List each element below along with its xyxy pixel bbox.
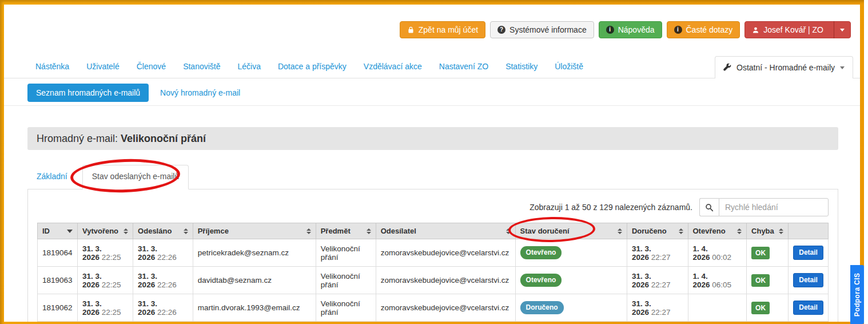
- cell-created: 31. 3.2026 22:25: [77, 294, 133, 322]
- nav-item-nastaveni-zo[interactable]: Nastavení ZO: [431, 56, 497, 77]
- col-header-label: Otevřeno: [693, 227, 726, 235]
- cell-sender: zomoravskebudejovice@vcelarstvi.cz: [376, 267, 515, 294]
- search-input[interactable]: [719, 198, 829, 216]
- system-info-button[interactable]: ?Systémové informace: [490, 21, 594, 38]
- cell-recipient: petricekradek@seznam.cz: [193, 239, 316, 267]
- col-header-Chyba[interactable]: Chyba: [747, 223, 789, 239]
- col-header-label: Chyba: [751, 227, 774, 235]
- main-navigation: NástěnkaUživateléČlenovéStanovištěLéčiva…: [4, 56, 860, 78]
- nav-item-leciva[interactable]: Léčiva: [229, 56, 269, 77]
- cell-id: 1819063: [38, 267, 78, 294]
- wrench-icon: [723, 64, 731, 72]
- tab-stav-odeslanych[interactable]: Stav odeslaných e-mailů: [82, 165, 189, 189]
- nav-item-vzdelavaci-akce[interactable]: Vzdělávací akce: [355, 56, 431, 77]
- search-icon: [699, 198, 719, 216]
- cell-sent: 31. 3.2026 22:26: [133, 239, 193, 267]
- nav-item-stanoviste[interactable]: Stanoviště: [174, 56, 229, 77]
- col-header-Otevřeno[interactable]: Otevřeno: [688, 223, 747, 239]
- nav-item-uloziste[interactable]: Úložiště: [546, 56, 592, 77]
- faq-button[interactable]: iČasté dotazy: [667, 21, 740, 38]
- question-circle-icon: ?: [497, 26, 505, 34]
- nav-item-dotace-a-prispevky[interactable]: Dotace a příspěvky: [269, 56, 355, 77]
- lock-icon: [407, 26, 415, 34]
- panel-title-prefix: Hromadný e-mail:: [37, 133, 121, 144]
- back-to-account-button[interactable]: Zpět na můj účet: [400, 21, 485, 38]
- chevron-down-icon: [840, 66, 845, 69]
- button-label: Nápověda: [618, 25, 655, 34]
- col-header-Vytvořeno[interactable]: Vytvořeno: [77, 223, 133, 239]
- subnav-item-seznam[interactable]: Seznam hromadných e-mailů: [27, 84, 149, 102]
- col-header-Doručeno[interactable]: Doručeno: [627, 223, 688, 239]
- cell-subject: Velikonoční přání: [316, 267, 376, 294]
- user-icon: [752, 26, 759, 34]
- other-dropdown-label: Ostatní - Hromadné e-maily: [736, 63, 835, 72]
- cell-id: 1819064: [38, 239, 78, 267]
- detail-button[interactable]: Detail: [793, 246, 823, 260]
- error-ok-badge: OK: [751, 274, 770, 287]
- col-header-label: Stav doručení: [520, 227, 570, 235]
- error-ok-badge: OK: [751, 247, 770, 259]
- col-header-label: Předmět: [321, 227, 351, 235]
- col-header-Stav doručení[interactable]: Stav doručení: [515, 223, 627, 239]
- nav-item-uzivatele[interactable]: Uživatelé: [78, 56, 128, 77]
- col-header-label: Příjemce: [198, 227, 229, 235]
- table-row: 181906231. 3.2026 22:2531. 3.2026 22:26m…: [38, 294, 829, 322]
- sort-icon: [124, 228, 128, 234]
- detail-button[interactable]: Detail: [793, 273, 823, 287]
- cell-created: 31. 3.2026 22:25: [77, 239, 133, 267]
- sort-icon: [306, 228, 311, 234]
- sort-icon: [506, 228, 511, 234]
- subnav-item-novy[interactable]: Nový hromadný e-mail: [160, 88, 240, 97]
- cell-id: 1819062: [38, 294, 78, 322]
- status-badge: Otevřeno: [520, 274, 562, 287]
- cell-delivered: 31. 3.2026 22:27: [627, 294, 688, 322]
- cell-subject: Velikonoční přání: [316, 239, 376, 267]
- cell-sent: 31. 3.2026 22:26: [133, 294, 193, 322]
- quick-search: [699, 198, 829, 216]
- table-row: 181906331. 3.2026 22:2531. 3.2026 22:26d…: [38, 267, 829, 294]
- cell-subject: Velikonoční přání: [316, 294, 376, 322]
- cell-status: Otevřeno: [515, 267, 627, 294]
- sort-icon: [737, 228, 742, 234]
- detail-button[interactable]: Detail: [793, 301, 823, 315]
- cell-error: OK: [747, 267, 789, 294]
- sort-icon: [779, 228, 783, 234]
- cell-delivered: 31. 3.2026 22:27: [627, 267, 688, 294]
- cell-detail: Detail: [789, 294, 829, 322]
- page: Zpět na můj účet?Systémové informaceiNáp…: [4, 5, 860, 322]
- table-row: 181906431. 3.2026 22:2531. 3.2026 22:26p…: [38, 239, 829, 267]
- col-header-label: Doručeno: [632, 227, 667, 235]
- tab-panel: Zobrazuji 1 až 50 z 129 nalezených zázna…: [27, 189, 838, 322]
- support-tab[interactable]: Podpora CIS: [850, 265, 864, 324]
- nav-item-statistiky[interactable]: Statistiky: [497, 56, 546, 77]
- cell-detail: Detail: [789, 239, 829, 267]
- cell-status: Otevřeno: [515, 239, 627, 267]
- panel-title-subject: Velikonoční přání: [121, 133, 206, 144]
- sub-navigation: Seznam hromadných e-mailů Nový hromadný …: [27, 84, 240, 102]
- col-header-label: Odesílatel: [381, 227, 416, 235]
- cell-sender: zomoravskebudejovice@vcelarstvi.cz: [376, 294, 515, 322]
- col-header-Příjemce[interactable]: Příjemce: [193, 223, 316, 239]
- help-button[interactable]: iNápověda: [599, 21, 662, 38]
- cell-created: 31. 3.2026 22:25: [77, 267, 133, 294]
- col-header-Odesílatel[interactable]: Odesílatel: [376, 223, 515, 239]
- cell-error: OK: [747, 294, 789, 322]
- cell-status: Doručeno: [515, 294, 627, 322]
- user-menu-caret[interactable]: [834, 21, 850, 38]
- chevron-down-icon: [840, 29, 845, 31]
- cell-error: OK: [747, 239, 789, 267]
- status-badge: Otevřeno: [520, 246, 562, 259]
- col-header-Odesláno[interactable]: Odesláno: [133, 223, 193, 239]
- tab-zakladni[interactable]: Základní: [27, 165, 77, 187]
- info-circle-icon: i: [674, 26, 682, 34]
- nav-item-clenove[interactable]: Členové: [128, 56, 174, 77]
- cell-opened: [688, 294, 747, 322]
- nav-item-nastenka[interactable]: Nástěnka: [27, 56, 78, 77]
- cell-sent: 31. 3.2026 22:26: [133, 267, 193, 294]
- other-dropdown[interactable]: Ostatní - Hromadné e-maily: [715, 56, 853, 78]
- col-header-ID[interactable]: ID: [38, 223, 78, 239]
- user-menu-button[interactable]: Josef Kovář | ZO: [744, 21, 851, 38]
- button-label: Zpět na můj účet: [419, 25, 478, 34]
- col-header-Předmět[interactable]: Předmět: [316, 223, 376, 239]
- col-header-label: ID: [42, 227, 50, 235]
